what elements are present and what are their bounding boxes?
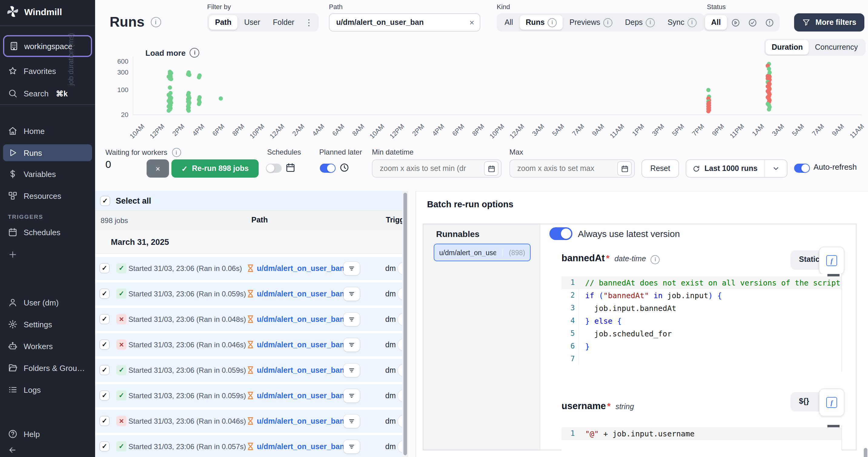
latest-version-toggle[interactable] <box>549 227 572 240</box>
last-runs-button[interactable]: Last 1000 runs <box>686 164 765 173</box>
row-checkbox[interactable] <box>100 315 109 324</box>
row-checkbox[interactable] <box>100 340 109 349</box>
table-scrollbar[interactable] <box>402 191 408 457</box>
duration-scatter-plot[interactable] <box>133 56 862 115</box>
kind-deps[interactable]: Deps <box>619 15 661 30</box>
sidebar-item-help[interactable]: Help <box>3 426 92 442</box>
username-js-mode-button[interactable] <box>819 389 844 417</box>
filter-by-path-button[interactable] <box>343 338 360 351</box>
min-datetime-input[interactable] <box>379 164 484 173</box>
run-dot[interactable] <box>169 77 173 81</box>
bannedat-code-editor[interactable]: 1// bannedAt does not exist on all versi… <box>561 274 842 372</box>
sidebar-item-schedules[interactable]: Schedules <box>3 224 92 240</box>
sidebar-item-runs[interactable]: Runs <box>3 144 92 161</box>
tab-concurrency[interactable]: Concurrency <box>809 40 864 55</box>
run-path-link[interactable]: u/dm/alert_on_user_ban <box>257 315 344 324</box>
sidebar-item-folders-groups[interactable]: Folders & Groups... <box>3 360 92 376</box>
filter-by-path-button[interactable] <box>343 364 360 377</box>
row-checkbox[interactable] <box>100 417 109 426</box>
workspace-selector[interactable]: workingspace <box>3 35 92 57</box>
row-checkbox[interactable] <box>100 289 109 298</box>
run-path-link[interactable]: u/dm/alert_on_user_ban <box>257 341 344 349</box>
run-dot[interactable] <box>197 76 201 80</box>
info-icon[interactable] <box>151 17 161 27</box>
run-dot[interactable] <box>167 85 172 90</box>
schedules-toggle[interactable] <box>266 164 282 173</box>
status-success-icon[interactable] <box>744 15 761 30</box>
table-row[interactable]: Started 31/03, 23:06 (Ran in 0.059s)u/dm… <box>95 282 402 306</box>
table-row[interactable]: Started 31/03, 23:06 (Ran in 0.06s)u/dm/… <box>95 257 402 280</box>
scrollbar-thumb[interactable] <box>403 193 407 455</box>
sidebar-item-settings[interactable]: Settings <box>3 316 92 333</box>
sidebar-item-logs[interactable]: Logs <box>3 381 92 398</box>
run-path-link[interactable]: u/dm/alert_on_user_ban <box>257 290 344 298</box>
mode-template-label[interactable]: ${} <box>799 397 809 405</box>
reset-button[interactable]: Reset <box>642 160 679 178</box>
runnable-item[interactable]: u/dm/alert_on_user_b... (898) <box>434 244 531 261</box>
run-dot[interactable] <box>197 102 201 106</box>
kind-all[interactable]: All <box>498 15 519 30</box>
table-row[interactable]: Started 31/03, 23:06 (Ran in 0.046s)u/dm… <box>95 410 402 433</box>
rerun-jobs-button[interactable]: ✓Re-run 898 jobs <box>172 160 259 178</box>
filter-by-user[interactable]: User <box>238 15 266 30</box>
username-code-editor[interactable]: 1"@" + job.input.username <box>561 425 842 450</box>
run-dot[interactable] <box>706 109 710 113</box>
code-line[interactable]: 1// bannedAt does not exist on all versi… <box>561 276 841 289</box>
run-path-link[interactable]: u/dm/alert_on_user_ban <box>257 264 344 273</box>
run-path-link[interactable]: u/dm/alert_on_user_ban <box>257 417 344 426</box>
code-line[interactable]: 4} else { <box>561 315 841 327</box>
tab-duration[interactable]: Duration <box>766 40 809 55</box>
table-row[interactable]: Started 31/03, 23:06 (Ran in 0.046s)u/dm… <box>95 333 402 356</box>
filter-by-path-button[interactable] <box>343 415 360 428</box>
filter-by-path-button[interactable] <box>343 287 360 301</box>
run-dot[interactable] <box>187 108 191 112</box>
code-line[interactable]: 2if ("bannedAt" in job.input) { <box>561 289 841 302</box>
calendar-icon[interactable] <box>617 161 632 176</box>
bannedat-js-mode-button[interactable] <box>819 247 844 275</box>
sidebar-item-user[interactable]: User (dm) <box>3 294 92 311</box>
add-trigger-button[interactable] <box>3 246 92 263</box>
run-dot[interactable] <box>187 73 191 77</box>
filter-by-path-button[interactable] <box>343 389 360 402</box>
row-checkbox[interactable] <box>100 264 109 273</box>
windmill-logo[interactable]: Windmill <box>7 5 62 18</box>
status-all[interactable]: All <box>705 15 727 30</box>
run-path-link[interactable]: u/dm/alert_on_user_ban <box>257 442 344 451</box>
panel-scrollbar-thumb[interactable] <box>864 448 867 457</box>
more-options-icon[interactable]: ⋮ <box>301 15 317 30</box>
auto-refresh-toggle[interactable] <box>794 164 810 173</box>
filter-by-path[interactable]: Path <box>209 15 238 30</box>
code-line[interactable]: 3 job.input.bannedAt <box>561 302 841 315</box>
row-checkbox[interactable] <box>100 442 109 451</box>
code-line[interactable]: 5 job.scheduled_for <box>561 327 841 340</box>
row-checkbox[interactable] <box>100 391 109 400</box>
kind-previews[interactable]: Previews <box>563 15 618 30</box>
path-filter-input[interactable] <box>335 18 469 27</box>
sidebar-item-search[interactable]: Search ⌘k <box>3 85 92 102</box>
sidebar-item-favorites[interactable]: Favorites <box>3 62 92 79</box>
table-row[interactable]: Started 31/03, 23:06 (Ran in 0.059s)u/dm… <box>95 359 402 382</box>
table-row[interactable]: Started 31/03, 23:06 (Ran in 0.059s)u/dm… <box>95 384 402 407</box>
clear-path-icon[interactable]: × <box>469 18 474 27</box>
sidebar-item-variables[interactable]: Variables <box>3 166 92 182</box>
more-filters-button[interactable]: More filters <box>794 13 864 31</box>
filter-by-folder[interactable]: Folder <box>267 15 301 30</box>
code-line[interactable]: 7 <box>561 353 841 366</box>
filter-by-path-button[interactable] <box>343 313 360 326</box>
cancel-selection-button[interactable]: × <box>147 160 169 178</box>
sidebar-item-workers[interactable]: Workers <box>3 338 92 354</box>
kind-sync[interactable]: Sync <box>661 15 703 30</box>
last-runs-dropdown[interactable] <box>765 164 787 173</box>
status-running-icon[interactable] <box>727 15 744 30</box>
run-path-link[interactable]: u/dm/alert_on_user_ban <box>257 392 344 400</box>
run-dot[interactable] <box>219 97 223 101</box>
collapse-sidebar-button[interactable] <box>3 441 92 457</box>
max-datetime-input[interactable] <box>516 164 617 173</box>
planned-later-toggle[interactable] <box>320 164 336 173</box>
table-row[interactable]: Started 31/03, 23:06 (Ran in 0.057s)u/dm… <box>95 435 402 457</box>
filter-by-path-button[interactable] <box>343 262 360 275</box>
kind-runs[interactable]: Runs <box>520 15 563 30</box>
status-failure-icon[interactable] <box>762 15 778 30</box>
row-checkbox[interactable] <box>100 366 109 375</box>
sidebar-item-home[interactable]: Home <box>3 122 92 139</box>
